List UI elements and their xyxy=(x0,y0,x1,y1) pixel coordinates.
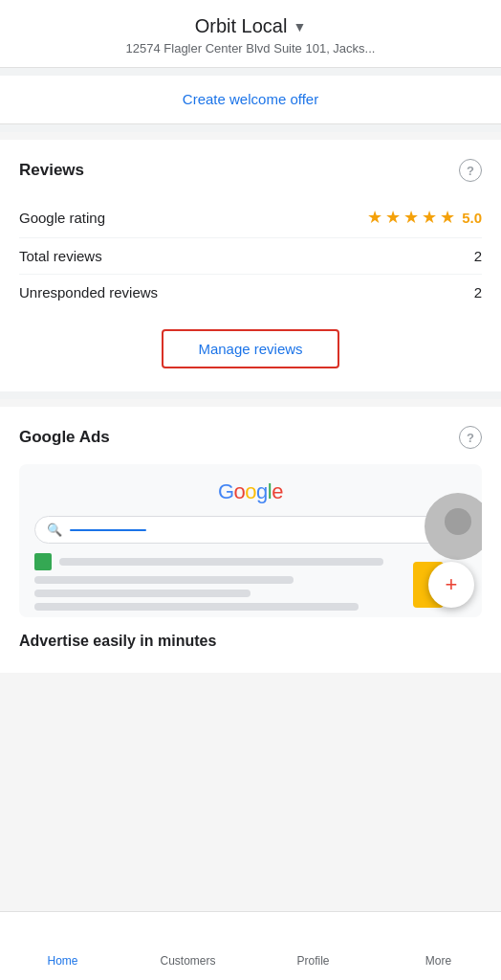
g-letter-o1: o xyxy=(234,479,246,503)
content-line-3 xyxy=(34,590,250,597)
section-divider-top xyxy=(0,68,501,76)
stars-container: ★ ★ ★ ★ ★ 5.0 xyxy=(367,207,482,228)
avatar-head xyxy=(445,508,471,535)
google-ads-section: Google Ads ? Google 🔍 xyxy=(0,407,501,673)
google-ads-illustration: Google 🔍 + xyxy=(19,464,482,617)
search-bar-mock: 🔍 xyxy=(34,516,467,544)
content-line-4 xyxy=(34,603,359,611)
nav-item-home[interactable]: Home xyxy=(0,912,125,980)
more-label: More xyxy=(425,954,451,968)
ads-section-header: Google Ads ? xyxy=(19,426,482,449)
content-line-1 xyxy=(59,558,383,566)
business-name-text: Orbit Local xyxy=(195,15,288,37)
total-reviews-value: 2 xyxy=(474,248,482,264)
content-lines xyxy=(34,553,467,611)
unresponded-reviews-value: 2 xyxy=(474,284,482,301)
nav-item-more[interactable]: More xyxy=(376,912,501,980)
g-letter-e: e xyxy=(272,479,283,503)
total-reviews-row: Total reviews 2 xyxy=(19,238,482,275)
star-5: ★ xyxy=(440,207,455,228)
ads-title: Google Ads xyxy=(19,428,110,447)
total-reviews-label: Total reviews xyxy=(19,248,102,264)
create-welcome-offer-link[interactable]: Create welcome offer xyxy=(183,91,318,107)
reviews-help-icon[interactable]: ? xyxy=(459,159,482,182)
star-3: ★ xyxy=(403,207,419,228)
unresponded-reviews-label: Unresponded reviews xyxy=(19,284,158,301)
reviews-section: Reviews ? Google rating ★ ★ ★ ★ ★ 5.0 To… xyxy=(0,140,501,391)
customers-label: Customers xyxy=(160,954,215,968)
floating-avatar xyxy=(425,493,482,560)
bottom-navigation: Home Customers Profile More xyxy=(0,911,501,980)
nav-item-profile[interactable]: Profile xyxy=(250,912,376,980)
star-2: ★ xyxy=(385,207,401,228)
reviews-section-header: Reviews ? xyxy=(19,159,482,182)
green-square xyxy=(34,553,52,570)
chevron-down-icon: ▼ xyxy=(293,19,306,34)
google-rating-label: Google rating xyxy=(19,210,105,226)
g-letter-g: G xyxy=(218,479,234,503)
star-4: ★ xyxy=(422,207,437,228)
google-logo: Google xyxy=(34,479,467,504)
plus-icon: + xyxy=(446,574,458,595)
content-line-2 xyxy=(34,576,294,584)
reviews-title: Reviews xyxy=(19,161,84,180)
ads-help-icon[interactable]: ? xyxy=(459,426,482,449)
g-letter-g2: g xyxy=(256,479,268,503)
ads-description: Advertise easily in minutes xyxy=(19,633,482,650)
header: Orbit Local ▼ 12574 Flagler Center Blvd … xyxy=(0,0,501,68)
star-1: ★ xyxy=(367,207,382,228)
home-label: Home xyxy=(47,954,77,968)
rating-number: 5.0 xyxy=(462,210,482,226)
business-address: 12574 Flagler Center Blvd Suite 101, Jac… xyxy=(19,41,482,56)
ads-help-label: ? xyxy=(467,431,474,445)
google-rating-row: Google rating ★ ★ ★ ★ ★ 5.0 xyxy=(19,197,482,238)
bottom-nav-spacer xyxy=(0,673,501,749)
g-letter-o2: o xyxy=(245,479,256,503)
search-icon-mock: 🔍 xyxy=(47,523,62,537)
welcome-offer-section: Create welcome offer xyxy=(0,76,501,124)
floating-add-button[interactable]: + xyxy=(428,562,474,608)
business-name-container[interactable]: Orbit Local ▼ xyxy=(19,15,482,37)
unresponded-reviews-row: Unresponded reviews 2 xyxy=(19,275,482,310)
section-divider-1 xyxy=(0,124,501,132)
profile-label: Profile xyxy=(296,954,329,968)
section-divider-2 xyxy=(0,391,501,399)
reviews-help-label: ? xyxy=(467,164,474,178)
search-line xyxy=(70,529,146,531)
nav-item-customers[interactable]: Customers xyxy=(125,912,250,980)
manage-reviews-button[interactable]: Manage reviews xyxy=(162,329,338,368)
